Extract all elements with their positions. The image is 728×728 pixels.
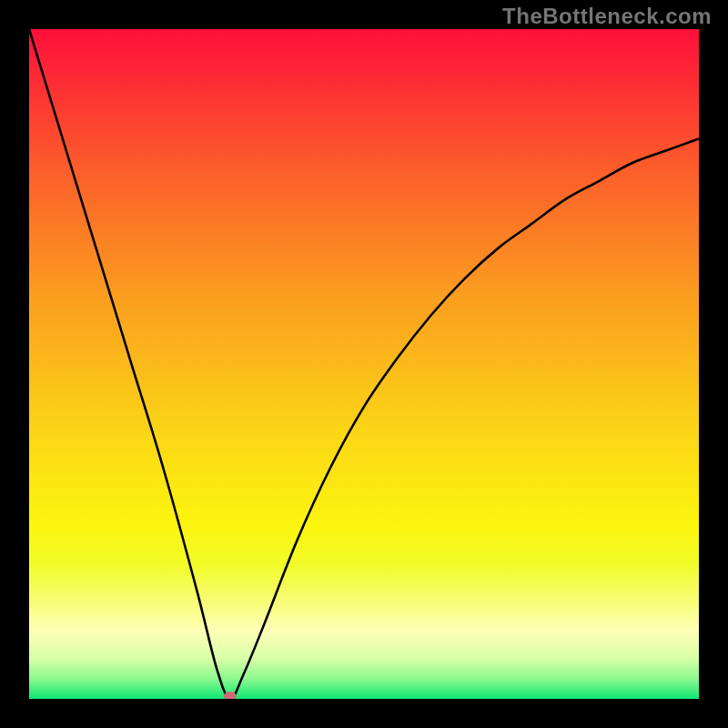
chart-frame: TheBottleneck.com: [0, 0, 728, 728]
plot-area: [29, 29, 699, 699]
gradient-background: [29, 29, 699, 699]
bottleneck-chart-svg: [29, 29, 699, 699]
watermark-text: TheBottleneck.com: [502, 4, 712, 29]
